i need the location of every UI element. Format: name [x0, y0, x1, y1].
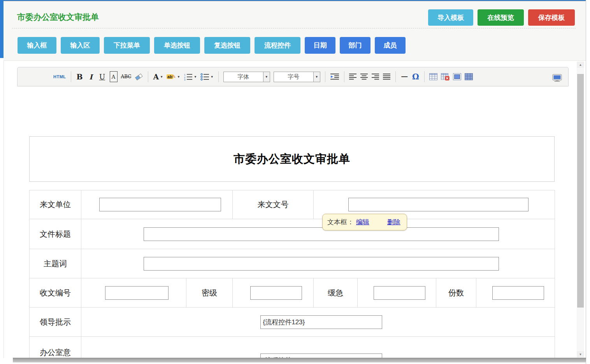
chevron-down-icon[interactable]: ▼: [263, 72, 270, 82]
ordered-list-button[interactable]: 1 2 3 ▼: [184, 71, 197, 82]
inline-style-button[interactable]: A: [110, 71, 118, 82]
control-button-date[interactable]: 日期: [305, 37, 335, 54]
delete-table-icon: [441, 73, 450, 81]
chevron-down-icon: ▼: [160, 75, 163, 79]
strikethrough-button[interactable]: ABC: [121, 71, 132, 82]
delete-field-link[interactable]: 删除: [387, 218, 400, 227]
label-document-title: 文件标题: [30, 219, 81, 249]
label-incoming-unit: 来文单位: [30, 190, 81, 219]
save-template-button[interactable]: 保存模板: [528, 9, 575, 26]
italic-button[interactable]: I: [87, 71, 95, 82]
label-copies: 份数: [436, 278, 476, 308]
align-right-button[interactable]: [372, 71, 379, 82]
header-panel: 市委办公室收文审批单 导入模板 在线预览 保存模板 输入框 输入区 下拉菜单 单…: [4, 2, 586, 61]
highlight-color-button[interactable]: ab ✎ ▼: [167, 71, 180, 82]
table-properties-icon: [465, 73, 473, 80]
control-button-input-area[interactable]: 输入区: [61, 37, 100, 54]
tooltip-field-type-label: 文本框：: [327, 218, 354, 227]
bold-button[interactable]: B: [76, 71, 84, 82]
font-size-value: 字号: [274, 72, 313, 82]
scroll-down-button[interactable]: ▼: [577, 351, 584, 357]
form-title: 市委办公室收文审批单: [234, 151, 350, 167]
underline-button[interactable]: U: [98, 71, 106, 82]
label-security-level: 密级: [186, 278, 233, 308]
indent-button[interactable]: [330, 71, 339, 82]
align-center-button[interactable]: [360, 71, 368, 82]
toolbar-separator: [395, 71, 396, 82]
font-color-glyph: A: [153, 72, 159, 81]
security-level-input[interactable]: [250, 286, 302, 300]
table-row: 收文编号 密级 缓急 份数: [30, 278, 555, 308]
toolbar-separator: [424, 71, 425, 82]
toolbar-separator: [344, 71, 344, 82]
page-title: 市委办公室收文审批单: [17, 12, 99, 23]
import-template-button[interactable]: 导入模板: [428, 9, 473, 26]
control-button-member[interactable]: 成员: [375, 37, 406, 54]
pencil-icon: ✎: [172, 74, 176, 79]
label-urgency: 缓急: [314, 278, 358, 308]
label-receipt-number: 收文编号: [30, 278, 81, 308]
control-button-radio[interactable]: 单选按钮: [154, 37, 200, 54]
left-accent-strip: [0, 0, 4, 58]
table-row: 领导批示: [30, 308, 555, 337]
special-character-button[interactable]: Ω: [412, 71, 420, 82]
font-family-select[interactable]: 字体 ▼: [223, 72, 270, 82]
label-leader-instructions: 领导批示: [30, 308, 81, 337]
control-button-input-box[interactable]: 输入框: [18, 37, 56, 54]
align-right-icon: [372, 74, 379, 80]
incoming-doc-number-input[interactable]: [348, 198, 529, 211]
subject-words-input[interactable]: [144, 257, 499, 271]
document-title-input[interactable]: [144, 227, 499, 241]
html-source-button[interactable]: HTML: [53, 71, 66, 82]
right-edge-line: [586, 0, 586, 364]
template-actions: 导入模板 在线预览 保存模板: [428, 9, 575, 26]
eraser-remove-format-button[interactable]: [135, 71, 143, 82]
scrollbar-thumb[interactable]: [577, 74, 584, 308]
form-table: 来文单位 来文文号 文件标题 主题词: [29, 190, 555, 358]
font-color-button[interactable]: A ▼: [153, 71, 163, 82]
incoming-unit-input[interactable]: [99, 198, 221, 211]
font-size-select[interactable]: 字号 ▼: [274, 72, 320, 82]
control-button-dropdown[interactable]: 下拉菜单: [104, 37, 150, 54]
svg-text:1: 1: [184, 74, 186, 76]
toolbar-separator: [325, 71, 325, 82]
table-properties-button[interactable]: [465, 71, 473, 82]
leader-instructions-input[interactable]: [260, 315, 382, 329]
screen: 市委办公室收文审批单 导入模板 在线预览 保存模板 输入框 输入区 下拉菜单 单…: [0, 0, 590, 364]
label-incoming-doc-number: 来文文号: [233, 190, 314, 219]
delete-table-button[interactable]: [441, 71, 450, 82]
chevron-down-icon[interactable]: ▼: [313, 72, 320, 82]
top-accent-bar: [0, 0, 586, 1]
edit-field-link[interactable]: 编辑: [356, 218, 369, 227]
copies-input[interactable]: [492, 286, 544, 300]
horizontal-rule-button[interactable]: —: [400, 71, 408, 82]
label-subject-words: 主题词: [30, 249, 81, 278]
cell-properties-icon: [453, 73, 461, 80]
align-left-button[interactable]: [349, 71, 357, 82]
svg-text:2: 2: [184, 76, 186, 78]
align-left-icon: [349, 74, 357, 80]
scroll-up-button[interactable]: ▲: [577, 62, 584, 68]
control-button-flow-control[interactable]: 流程控件: [255, 37, 300, 54]
insert-table-button[interactable]: [429, 71, 437, 82]
receipt-number-input[interactable]: [105, 286, 169, 300]
unordered-list-button[interactable]: ▼: [200, 71, 214, 82]
online-preview-button[interactable]: 在线预览: [478, 9, 524, 26]
urgency-input[interactable]: [374, 286, 425, 300]
monitor-icon: [552, 74, 562, 82]
cell-properties-button[interactable]: [453, 71, 461, 82]
vertical-scrollbar[interactable]: ▲ ▼: [577, 62, 584, 357]
align-justify-button[interactable]: [383, 71, 391, 82]
table-row: 来文单位 来文文号: [30, 190, 555, 219]
unordered-list-icon: [200, 73, 209, 81]
font-family-value: 字体: [224, 72, 263, 82]
control-button-department[interactable]: 部门: [340, 37, 371, 54]
fullscreen-button[interactable]: [552, 72, 562, 83]
dashed-separator: [12, 28, 576, 28]
table-icon: [429, 73, 437, 80]
table-row: 主题词: [30, 249, 555, 278]
chevron-down-icon: ▼: [194, 75, 197, 79]
chevron-down-icon: ▼: [211, 75, 214, 79]
editor-canvas[interactable]: 市委办公室收文审批单 来文单位 来文文号 文件标题: [17, 87, 569, 358]
control-button-checkbox[interactable]: 复选按钮: [204, 37, 250, 54]
